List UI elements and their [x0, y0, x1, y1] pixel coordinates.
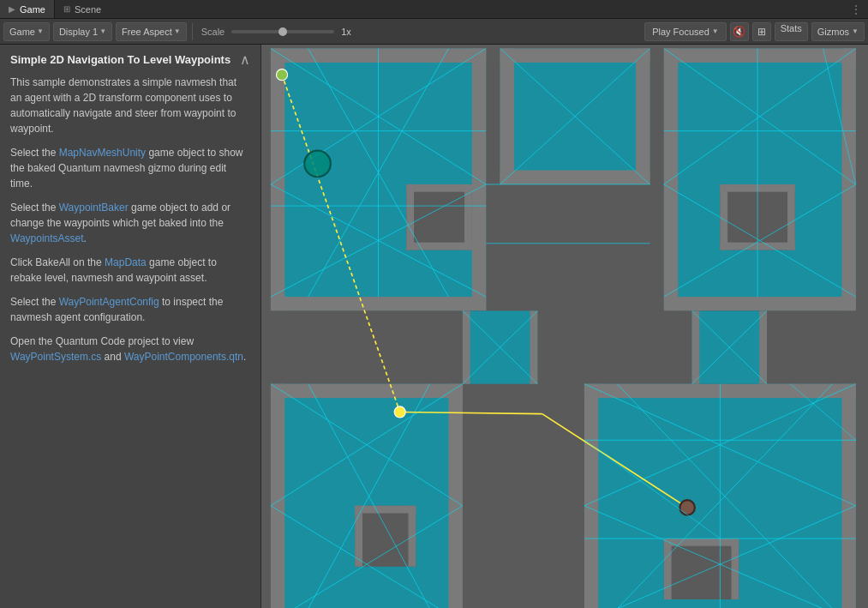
- game-chevron: ▼: [37, 27, 44, 35]
- panel-title: Simple 2D Navigation To Level Waypoints: [10, 53, 230, 68]
- svg-rect-44: [731, 539, 739, 599]
- navmesh-svg: [261, 45, 868, 608]
- toolbar: Game ▼ Display 1 ▼ Free Aspect ▼ Scale 1…: [0, 19, 868, 45]
- svg-rect-16: [271, 310, 860, 320]
- svg-rect-29: [406, 184, 414, 250]
- display-dropdown[interactable]: Display 1 ▼: [53, 22, 112, 41]
- waypoints-asset-link[interactable]: WaypointsAsset: [10, 232, 84, 244]
- svg-rect-37: [355, 506, 416, 567]
- svg-rect-46: [463, 310, 470, 383]
- end-waypoint: [679, 500, 694, 515]
- svg-rect-24: [584, 384, 598, 608]
- game-dropdown[interactable]: Game ▼: [3, 22, 50, 41]
- panel-para-3: Select the WaypointBaker game object to …: [10, 200, 250, 246]
- svg-rect-38: [355, 506, 416, 514]
- svg-rect-11: [664, 49, 856, 311]
- svg-rect-8: [500, 49, 514, 184]
- svg-rect-12: [664, 49, 856, 63]
- left-panel: Simple 2D Navigation To Level Waypoints …: [0, 45, 261, 608]
- panel-para-4: Click BakeAll on the MapData game object…: [10, 255, 250, 286]
- gizmos-label: Gizmos: [817, 27, 849, 37]
- svg-rect-15: [664, 297, 856, 310]
- tab-game[interactable]: ▶ Game: [0, 0, 54, 18]
- mute-button[interactable]: 🔇: [730, 22, 749, 41]
- svg-rect-25: [841, 384, 855, 608]
- svg-rect-33: [720, 184, 727, 250]
- waypoint-agent-link[interactable]: WayPointAgentConfig: [59, 296, 159, 308]
- panel-para-1: This sample demonstrates a simple navmes…: [10, 75, 250, 136]
- display-chevron: ▼: [99, 27, 106, 35]
- display-label: Display 1: [59, 27, 98, 37]
- scale-slider[interactable]: [231, 30, 334, 33]
- svg-rect-7: [500, 49, 650, 63]
- stats-label: Stats: [781, 23, 802, 33]
- waypoint-system-link[interactable]: WayPointSystem.cs: [10, 351, 101, 363]
- waypoint-components-link[interactable]: WayPointComponents.qtn: [124, 351, 243, 363]
- game-viewport[interactable]: [261, 45, 868, 608]
- panel-header: Simple 2D Navigation To Level Waypoints …: [10, 53, 250, 68]
- svg-rect-34: [787, 184, 795, 250]
- main-content: Simple 2D Navigation To Level Waypoints …: [0, 45, 868, 608]
- tab-scene-label: Scene: [75, 4, 101, 15]
- aspect-label: Free Aspect: [122, 27, 172, 37]
- game-label: Game: [9, 27, 35, 37]
- svg-rect-47: [530, 310, 538, 383]
- svg-rect-30: [464, 184, 472, 250]
- gizmos-button[interactable]: Gizmos ▼: [811, 22, 865, 41]
- play-focused-label: Play Focused: [652, 27, 709, 37]
- play-chevron: ▼: [712, 27, 719, 35]
- aspect-chevron: ▼: [174, 27, 181, 35]
- toolbar-sep-1: [192, 23, 193, 40]
- scale-thumb: [278, 27, 287, 36]
- svg-rect-50: [759, 310, 767, 383]
- panel-close-button[interactable]: ∧: [240, 53, 250, 67]
- scale-value: 1x: [341, 27, 351, 37]
- svg-rect-49: [692, 310, 700, 383]
- agent-dot: [304, 151, 331, 178]
- map-nav-mesh-link[interactable]: MapNavMeshUnity: [59, 147, 146, 159]
- svg-rect-9: [636, 49, 650, 184]
- svg-rect-43: [664, 539, 672, 599]
- scene-tab-icon: ⊞: [63, 4, 70, 14]
- mid-waypoint: [394, 406, 405, 418]
- game-tab-icon: ▶: [9, 4, 15, 14]
- grid-button[interactable]: ⊞: [752, 22, 771, 41]
- svg-rect-28: [406, 184, 471, 192]
- toolbar-right: Play Focused ▼ 🔇 ⊞ Stats Gizmos ▼: [644, 22, 865, 41]
- panel-para-6: Open the Quantum Code project to view Wa…: [10, 334, 250, 364]
- svg-rect-18: [271, 384, 463, 398]
- waypoint-baker-link[interactable]: WaypointBaker: [59, 202, 129, 214]
- map-data-link[interactable]: MapData: [105, 256, 147, 268]
- tab-scene[interactable]: ⊞ Scene: [55, 0, 110, 18]
- svg-rect-10: [500, 171, 650, 184]
- svg-rect-5: [271, 297, 486, 310]
- panel-body: This sample demonstrates a simple navmes…: [10, 75, 250, 364]
- play-focused-button[interactable]: Play Focused ▼: [644, 22, 727, 41]
- start-waypoint: [276, 69, 287, 81]
- svg-rect-20: [449, 384, 463, 608]
- scale-label: Scale: [201, 27, 225, 37]
- panel-para-5: Select the WayPointAgentConfig to inspec…: [10, 294, 250, 325]
- svg-rect-17: [271, 384, 463, 608]
- tab-game-label: Game: [20, 4, 45, 15]
- svg-rect-31: [406, 243, 471, 250]
- gizmos-chevron: ▼: [852, 27, 859, 35]
- tab-bar: ▶ Game ⊞ Scene ⋮: [0, 0, 868, 19]
- panel-para-2: Select the MapNavMeshUnity game object t…: [10, 145, 250, 191]
- tab-more-button[interactable]: ⋮: [844, 3, 868, 15]
- svg-rect-19: [271, 384, 284, 608]
- navmesh-canvas: [261, 45, 868, 608]
- grid-icon: ⊞: [757, 26, 766, 38]
- mute-icon: 🔇: [733, 26, 745, 38]
- stats-button[interactable]: Stats: [775, 22, 808, 41]
- aspect-dropdown[interactable]: Free Aspect ▼: [116, 22, 187, 41]
